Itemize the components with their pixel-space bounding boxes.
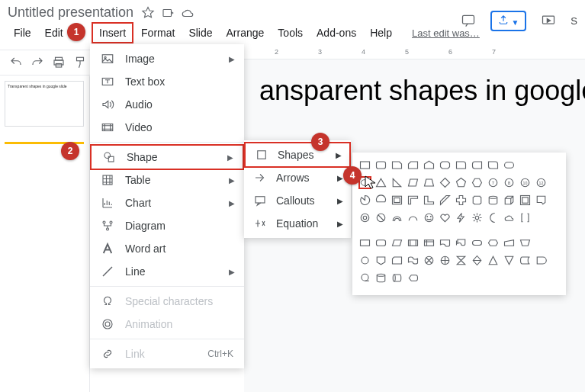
fc-preparation[interactable]	[487, 236, 500, 249]
undo-icon[interactable]	[9, 56, 23, 69]
insert-table[interactable]: Table▶	[90, 169, 244, 191]
shape-diagstripe[interactable]	[439, 194, 452, 207]
fc-magdisk[interactable]	[374, 272, 387, 284]
fc-terminator[interactable]	[471, 236, 484, 249]
fc-offpage[interactable]	[374, 254, 387, 267]
fc-merge[interactable]	[503, 254, 516, 267]
shape-heptagon[interactable]: 7	[487, 176, 500, 189]
shape-can[interactable]	[487, 194, 500, 207]
submenu-equation[interactable]: Equation▶	[244, 212, 351, 235]
insert-shape[interactable]: Shape▶	[90, 144, 244, 170]
star-icon[interactable]	[141, 6, 155, 20]
fc-extract[interactable]	[487, 254, 500, 267]
submenu-callouts[interactable]: Callouts▶	[244, 189, 351, 212]
menu-arrange[interactable]: Arrange	[220, 24, 271, 42]
comments-icon[interactable]	[457, 9, 480, 32]
shape-rtri[interactable]	[391, 176, 403, 189]
fc-collate[interactable]	[455, 254, 468, 267]
shape-arc[interactable]	[407, 211, 419, 224]
shape-hexagon[interactable]	[471, 176, 484, 189]
fc-process[interactable]	[358, 236, 371, 249]
shape-rounddiag[interactable]	[487, 159, 500, 172]
slide-title-text[interactable]: ansparent shapes in google s	[259, 75, 585, 107]
fc-connector[interactable]	[358, 254, 371, 267]
shape-roundrect[interactable]	[374, 159, 387, 172]
shape-halfframe[interactable]	[407, 194, 419, 207]
menu-format[interactable]: Format	[135, 24, 181, 42]
insert-textbox[interactable]: Text box	[90, 70, 244, 93]
shape-lightning[interactable]	[455, 211, 468, 224]
shape-frame[interactable]	[391, 194, 403, 207]
shape-cloud[interactable]	[503, 211, 516, 224]
shape-round1[interactable]	[455, 159, 468, 172]
fc-manualop[interactable]	[519, 236, 532, 249]
shape-diamond[interactable]	[439, 176, 452, 189]
shape-rect[interactable]	[358, 159, 371, 172]
fc-summing[interactable]	[423, 254, 436, 267]
insert-chart[interactable]: Chart▶	[90, 191, 244, 214]
insert-audio[interactable]: Audio	[90, 93, 244, 116]
move-icon[interactable]	[161, 6, 175, 20]
insert-line[interactable]: Line▶	[90, 260, 244, 283]
shape-snipall[interactable]	[439, 159, 452, 172]
menu-edit[interactable]: Edit	[39, 24, 69, 42]
shape-sniprect[interactable]	[391, 159, 403, 172]
shape-lshape[interactable]	[423, 194, 436, 207]
shape-doublebracket[interactable]	[519, 211, 532, 224]
shape-pentagon[interactable]	[455, 176, 468, 189]
fc-delay[interactable]	[535, 254, 548, 267]
present-icon[interactable]	[537, 9, 560, 32]
shape-folded[interactable]	[535, 194, 548, 207]
doc-title[interactable]: Untitled presentation	[8, 5, 133, 21]
slideshow-short[interactable]: S	[571, 15, 577, 27]
fc-data[interactable]	[391, 236, 403, 249]
insert-video[interactable]: Video	[90, 116, 244, 139]
fc-directaccess[interactable]	[391, 272, 403, 284]
paint-format-icon[interactable]	[73, 56, 87, 69]
shape-bevel[interactable]	[519, 194, 532, 207]
insert-image[interactable]: Image▶	[90, 47, 244, 70]
shape-cross[interactable]	[455, 194, 468, 207]
fc-stored[interactable]	[519, 254, 532, 267]
fc-multidoc[interactable]	[455, 236, 468, 249]
print-icon[interactable]	[52, 56, 66, 69]
shape-round2[interactable]	[471, 159, 484, 172]
shape-heart[interactable]	[439, 211, 452, 224]
fc-altprocess[interactable]	[374, 236, 387, 249]
fc-display[interactable]	[407, 272, 419, 284]
shape-cube[interactable]	[503, 194, 516, 207]
cloud-icon[interactable]	[181, 6, 194, 20]
shape-chevhouse[interactable]	[423, 159, 436, 172]
shape-donut[interactable]	[358, 211, 371, 224]
menu-addons[interactable]: Add-ons	[310, 24, 362, 42]
shape-sun[interactable]	[471, 211, 484, 224]
shape-blockarc[interactable]	[391, 211, 403, 224]
slide-thumbnail[interactable]: Transparent shapes in google slide	[5, 81, 84, 127]
fc-punchedtape[interactable]	[407, 254, 419, 267]
shape-noentry[interactable]	[374, 211, 387, 224]
submenu-arrows[interactable]: Arrows▶	[244, 166, 351, 189]
shape-capsule[interactable]	[503, 159, 516, 172]
menu-help[interactable]: Help	[364, 24, 398, 42]
shape-moon[interactable]	[487, 211, 500, 224]
share-button[interactable]: ▼	[490, 11, 527, 31]
shape-parallelogram[interactable]	[407, 176, 419, 189]
shape-chord[interactable]	[374, 194, 387, 207]
shape-smiley[interactable]	[423, 211, 436, 224]
fc-predef[interactable]	[407, 236, 419, 249]
menu-slide[interactable]: Slide	[182, 24, 218, 42]
fc-document[interactable]	[439, 236, 452, 249]
shape-dodecagon[interactable]: 12	[535, 176, 548, 189]
fc-sort[interactable]	[471, 254, 484, 267]
fc-card[interactable]	[391, 254, 403, 267]
insert-wordart[interactable]: Word art	[90, 237, 244, 260]
fc-seqaccess[interactable]	[358, 272, 371, 284]
shape-sniprect2[interactable]	[407, 159, 419, 172]
menu-insert[interactable]: Insert	[92, 22, 133, 43]
fc-manualinput[interactable]	[503, 236, 516, 249]
shape-plaque[interactable]	[471, 194, 484, 207]
fc-or[interactable]	[439, 254, 452, 267]
menu-tools[interactable]: Tools	[272, 24, 309, 42]
shape-octagon[interactable]: 8	[503, 176, 516, 189]
shape-pie[interactable]	[358, 194, 371, 207]
